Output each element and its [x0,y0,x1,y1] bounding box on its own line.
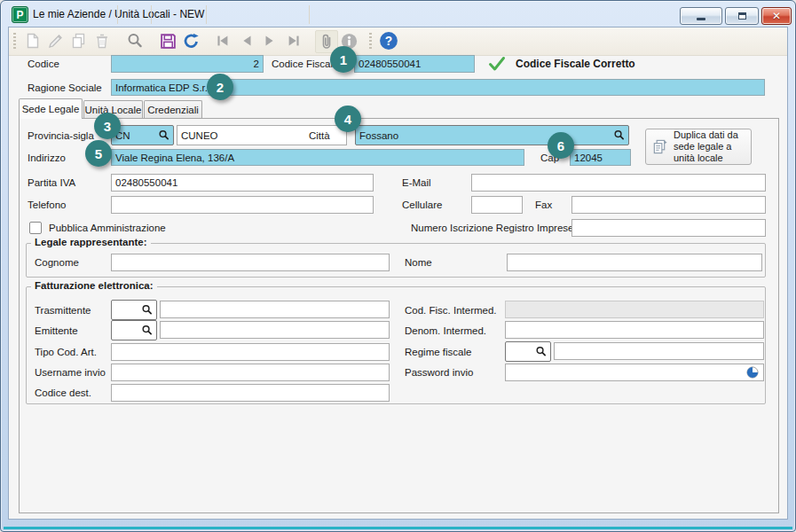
minimize-icon [697,18,705,20]
nav-next-icon [262,33,278,49]
regime-fiscale-lookup-field[interactable] [505,341,551,362]
annotation-badge-5: 5 [85,140,112,167]
password-invio-field[interactable] [505,364,764,381]
new-document-icon [24,32,42,50]
nome-field[interactable] [507,254,762,271]
maximize-button[interactable] [725,7,759,25]
codice-fiscale-label: Codice Fiscale [272,55,338,73]
codice-dest-field[interactable] [111,384,390,402]
new-button[interactable] [22,30,43,51]
citta-field[interactable]: Fossano [355,125,629,145]
cognome-field[interactable] [111,254,390,271]
denom-intermed-label: Denom. Intermed. [405,322,486,340]
save-button[interactable] [157,30,178,51]
nav-last-icon [286,33,302,49]
tab-label: Credenziali [147,105,199,115]
partita-iva-value: 02480550041 [115,177,177,188]
window-title: Le mie Aziende / Unità Locali - NEW [33,8,204,20]
annotation-badge-1: 1 [330,46,357,73]
codice-label: Codice [28,55,59,73]
provincia-sigla-label: Provincia-sigla [28,126,94,145]
delete-button[interactable] [91,30,113,51]
email-field[interactable] [471,174,766,192]
emittente-lookup-field[interactable] [111,320,157,340]
check-icon [487,54,507,74]
tipo-cod-art-label: Tipo Cod. Art. [35,343,97,361]
maximize-icon [738,12,746,20]
search-button[interactable] [124,30,146,51]
indirizzo-label: Indirizzo [28,149,66,167]
nav-previous-button[interactable] [236,30,257,51]
lookup-magnifier-icon[interactable] [141,325,153,336]
undo-button[interactable] [180,30,201,51]
show-password-eye-icon[interactable] [745,365,760,379]
toolbar-grip[interactable] [369,33,372,50]
lookup-magnifier-icon[interactable] [535,346,547,357]
titlebar[interactable]: P Le mie Aziende / Unità Locali - NEW ✕ [1,1,795,27]
pubblica-amministrazione-checkbox[interactable] [29,222,42,234]
duplica-dati-label: Duplica dati da sede legale a unità loca… [674,129,745,164]
lookup-magnifier-icon[interactable] [613,129,625,141]
help-button[interactable]: ? [378,30,399,51]
tipo-cod-art-field[interactable] [111,343,390,361]
telefono-label: Telefono [28,196,66,214]
emittente-label: Emittente [35,322,78,340]
legale-rappresentante-title: Legale rappresentante: [31,237,151,247]
trasmittente-lookup-field[interactable] [111,300,157,320]
duplica-dati-button[interactable]: Duplica dati da sede legale a unità loca… [645,129,752,165]
tab-label: Sede Legale [22,104,80,114]
valid-check [487,54,507,74]
cod-fisc-intermed-field [505,301,764,318]
toolbar-separator [151,5,152,24]
partita-iva-field[interactable]: 02480550041 [111,174,374,192]
password-invio-label: Password invio [405,364,473,381]
username-invio-field[interactable] [111,364,390,381]
save-floppy-icon [159,32,177,51]
nome-label: Nome [405,254,432,271]
codice-fiscale-value: 02480550041 [359,59,421,69]
tab-sede-legale[interactable]: Sede Legale [19,98,83,119]
nav-first-icon [215,33,231,49]
indirizzo-value: Viale Regina Elena, 136/A [115,153,234,163]
fax-label: Fax [535,196,552,214]
numero-iscrizione-field[interactable] [571,219,766,237]
codice-dest-label: Codice dest. [35,384,91,402]
tab-credenziali[interactable]: Credenziali [144,100,202,119]
lookup-magnifier-icon[interactable] [158,129,169,141]
emittente-field[interactable] [160,321,390,339]
denom-intermed-field[interactable] [505,321,764,339]
annotation-badge-4: 4 [335,106,361,132]
codice-field[interactable]: 2 [111,55,264,73]
partita-iva-label: Partita IVA [28,174,75,192]
minimize-button[interactable] [680,7,722,25]
ragione-sociale-label: Ragione Sociale [28,79,102,97]
annotation-badge-6: 6 [548,132,574,159]
trasmittente-field[interactable] [160,301,390,318]
codice-fiscale-field[interactable]: 02480550041 [354,55,475,73]
cellulare-field[interactable] [471,196,523,214]
app-window: P Le mie Aziende / Unità Locali - NEW ✕ [0,0,796,532]
ragione-sociale-value: Informatica EDP S.r.l. [115,82,213,93]
toolbar-separator [206,5,207,24]
username-invio-label: Username invio [35,364,106,381]
nav-next-button[interactable] [259,30,280,51]
nav-last-button[interactable] [283,30,304,51]
undo-icon [182,32,201,51]
fax-field[interactable] [571,196,766,214]
nav-first-button[interactable] [212,30,233,51]
regime-fiscale-label: Regime fiscale [405,343,471,361]
edit-pencil-icon [47,32,65,50]
fatturazione-title: Fatturazione elettronica: [31,280,157,291]
pubblica-amministrazione-label: Pubblica Amministrazione [49,219,166,237]
toolbar-grip[interactable] [13,33,16,50]
close-button[interactable]: ✕ [761,7,792,25]
cap-value: 12045 [574,153,603,163]
indirizzo-field[interactable]: Viale Regina Elena, 136/A [111,149,524,166]
edit-button[interactable] [45,30,67,51]
telefono-field[interactable] [111,196,374,214]
lookup-magnifier-icon[interactable] [141,304,153,316]
copy-button[interactable] [68,30,90,51]
regime-fiscale-field[interactable] [554,342,764,360]
cap-field[interactable]: 12045 [570,149,631,166]
annotation-badge-2: 2 [207,74,233,100]
